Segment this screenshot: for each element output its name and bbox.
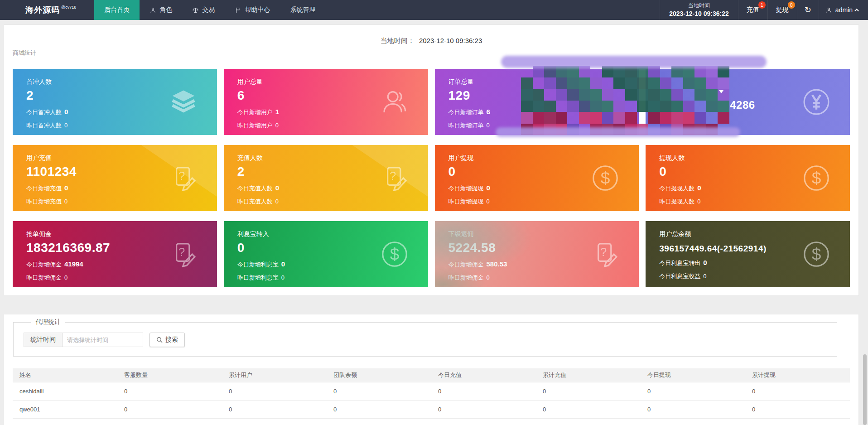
censor-cell (718, 101, 729, 112)
card-subline-label: 昨日首冲人数 (26, 122, 62, 129)
censor-cell (544, 112, 556, 123)
card-subline: 今日新增佣金41994 (26, 260, 217, 269)
content-time-line: 当地时间： 2023-12-10 09:36:23 (13, 37, 850, 45)
table-cell: 0 (327, 418, 431, 425)
content-time-value: 2023-12-10 09:36:23 (419, 37, 482, 44)
censor-cell (706, 112, 718, 123)
refresh-icon[interactable]: ↻ (797, 0, 819, 20)
card-title: 充值人数 (237, 154, 428, 162)
nav-item-label: 交易 (202, 6, 215, 14)
censor-smudge-bottom (496, 127, 740, 137)
withdraw-button[interactable]: 提现 0 (767, 0, 797, 20)
card-subline: 今日提现人数0 (659, 184, 850, 193)
card-subline-value: 0 (64, 198, 68, 205)
censor-cell (660, 89, 672, 101)
censored-text-fragment-caret (719, 90, 723, 93)
censor-cell (671, 112, 683, 123)
table-row[interactable]: ceshidaili0000000 (13, 382, 850, 400)
table-cell: 0 (431, 418, 536, 425)
app-logo-sup: @cv718 (61, 5, 76, 10)
censor-cell (706, 101, 718, 112)
card-subline-label: 今日首冲人数 (26, 109, 62, 116)
card-value: 2 (26, 88, 217, 103)
card-title: 利息宝转入 (237, 230, 428, 238)
censor-cell (579, 112, 591, 123)
flag-icon (235, 7, 241, 14)
stat-card-8: ?抢单佣金183216369.87今日新增佣金41994昨日新增佣金0 (13, 221, 217, 287)
table-row[interactable]: 1237770000000 (13, 418, 850, 425)
censor-cell (625, 101, 637, 112)
table-header-cell: 客服数量 (117, 368, 222, 382)
card-subline-value: 0 (703, 273, 706, 280)
table-cell: 0 (117, 418, 222, 425)
card-subline-value: 0 (487, 274, 490, 281)
nav-item-0[interactable]: 后台首页 (94, 0, 140, 20)
card-subline-label: 昨日提现人数 (659, 198, 694, 205)
card-subline: 昨日充值人数0 (237, 198, 428, 206)
withdraw-badge: 0 (788, 1, 795, 9)
table-cell: 0 (431, 382, 536, 400)
card-subline-value: 0 (697, 184, 701, 192)
card-subline-label: 昨日新增用户 (237, 122, 273, 129)
recharge-button[interactable]: 充值 1 (738, 0, 767, 20)
nav-item-1[interactable]: 角色 (140, 0, 182, 20)
stat-time-label: 统计时间 (24, 333, 63, 347)
censor-cell (648, 89, 660, 101)
table-cell: 0 (117, 382, 222, 400)
agent-table-header: 姓名客服数量累计用户团队余额今日充值累计充值今日提现累计提现 (13, 368, 850, 382)
table-cell: ceshidaili (13, 382, 117, 400)
card-subline-label: 昨日新增利息宝 (237, 274, 279, 281)
censor-cell (683, 101, 695, 112)
card-subline: 昨日新增充值0 (26, 198, 217, 206)
table-header-cell: 累计充值 (536, 368, 641, 382)
recharge-label: 充值 (747, 6, 759, 14)
nav-item-2[interactable]: 交易 (182, 0, 225, 20)
censor-cell (718, 77, 729, 89)
stat-time-input[interactable] (63, 333, 143, 347)
card-subline-label: 昨日新增佣金 (448, 274, 484, 281)
table-header-cell: 今日提现 (641, 368, 745, 382)
card-subline-value: 0 (275, 184, 279, 192)
card-subline: 昨日首冲人数0 (26, 121, 217, 130)
censor-mosaic (521, 66, 729, 135)
table-cell: 0 (117, 400, 222, 418)
stat-card-5: ?充值人数2今日充值人数0昨日充值人数0 (224, 145, 428, 211)
censor-cell (660, 77, 672, 89)
card-value: 396157449.64(-21562914) (659, 244, 850, 254)
censor-cell (671, 89, 683, 101)
censor-cell (694, 89, 706, 101)
table-cell: 0 (327, 400, 431, 418)
table-cell: 0 (536, 382, 641, 400)
nav-item-3[interactable]: 帮助中心 (225, 0, 280, 20)
agent-legend: 代理统计 (31, 318, 65, 326)
censor-cell (683, 77, 695, 89)
censor-cell (625, 89, 637, 101)
nav-item-label: 角色 (159, 6, 172, 14)
card-value: 6 (237, 88, 428, 103)
table-cell: qwe001 (13, 400, 117, 418)
card-subline-value: 1 (275, 108, 279, 116)
card-subline-value: 0 (487, 198, 490, 205)
search-button[interactable]: 搜索 (149, 333, 185, 347)
card-title: 用户总量 (237, 78, 428, 86)
card-subline: 今日新增充值0 (26, 184, 217, 193)
card-subline: 昨日提现人数0 (659, 198, 850, 206)
censor-cell (683, 112, 695, 123)
card-subline-value: 0 (64, 122, 68, 129)
local-time-value: 2023-12-10 09:36:22 (669, 10, 729, 18)
card-subline-value: 0 (64, 274, 68, 281)
agent-fieldset: 代理统计 统计时间 搜索 (13, 318, 837, 357)
table-header-cell: 今日充值 (431, 368, 536, 382)
scrollbar-thumb[interactable] (863, 354, 867, 425)
censor-cell (602, 77, 614, 89)
card-subline-label: 昨日新增提现 (448, 198, 484, 205)
stat-card-7: $提现人数0今日提现人数0昨日提现人数0 (646, 145, 850, 211)
table-row[interactable]: qwe0010000000 (13, 400, 850, 418)
censor-cell (579, 77, 591, 89)
agent-filter-row: 统计时间 搜索 (24, 333, 837, 347)
censor-cell (567, 112, 579, 123)
nav-item-4[interactable]: 系统管理 (280, 0, 325, 20)
card-subline: 今日利息宝转出0 (659, 259, 850, 267)
user-menu[interactable]: admin (819, 0, 868, 20)
card-title: 用户充值 (26, 154, 217, 162)
